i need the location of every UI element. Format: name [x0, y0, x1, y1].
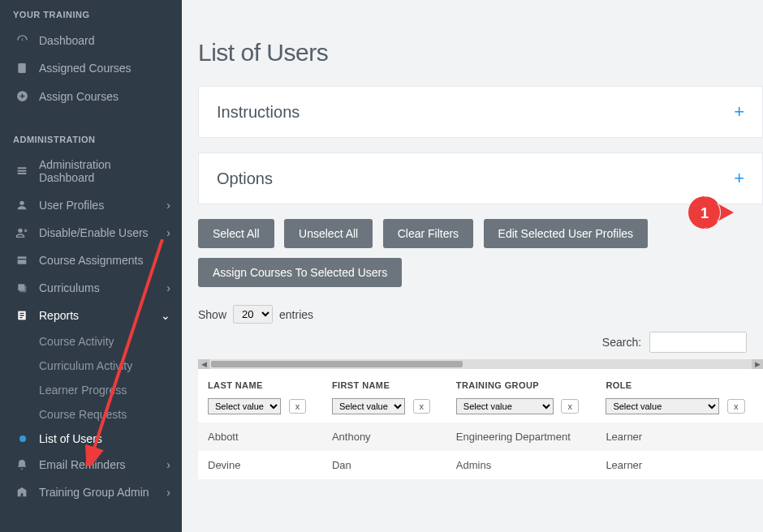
sidebar-item-curriculums[interactable]: Curriculums ›	[0, 274, 182, 302]
speedometer-icon	[13, 33, 31, 47]
scroll-left-icon[interactable]: ◀	[198, 359, 209, 369]
sidebar-item-label: Administration Dashboard	[39, 158, 169, 184]
filter-training-group[interactable]: Select value	[456, 398, 554, 414]
cell-first-name: Dan	[322, 451, 446, 479]
entries-row: Show 20 entries	[198, 305, 763, 324]
user-x-icon	[13, 226, 31, 239]
show-label: Show	[198, 308, 226, 321]
col-role[interactable]: ROLE	[596, 369, 763, 395]
sidebar-sub-course-activity[interactable]: Course Activity	[39, 329, 182, 354]
col-first-name[interactable]: FIRST NAME	[322, 369, 446, 395]
sidebar-section-administration: ADMINISTRATION	[0, 125, 182, 151]
clear-filters-button[interactable]: Clear Filters	[383, 219, 473, 248]
sidebar-item-label: User Profiles	[39, 199, 104, 212]
sidebar-item-assigned-courses[interactable]: Assigned Courses	[0, 54, 182, 82]
sidebar-item-assign-courses[interactable]: Assign Courses	[0, 82, 182, 110]
select-all-button[interactable]: Select All	[198, 219, 274, 248]
table-wrap: ◀ ▶ LAST NAME FIRST NAME TRAINING GROUP …	[198, 359, 763, 479]
cell-first-name: Anthony	[322, 423, 446, 451]
chevron-right-icon: ›	[166, 281, 170, 294]
stack-icon	[13, 281, 31, 294]
main-content: List of Users Instructions + Options + S…	[182, 0, 763, 532]
options-panel: Options +	[198, 152, 763, 204]
list-icon	[13, 165, 31, 178]
user-icon	[13, 199, 31, 212]
sidebar-item-reports[interactable]: Reports ⌄	[0, 302, 182, 329]
sidebar-item-training-group-admin[interactable]: Training Group Admin ›	[0, 478, 182, 506]
cell-training-group: Admins	[446, 451, 597, 479]
sidebar-section-your-training: YOUR TRAINING	[0, 0, 182, 26]
sidebar-item-label: Assign Courses	[39, 90, 119, 103]
clipboard-icon	[13, 62, 31, 75]
users-table: LAST NAME FIRST NAME TRAINING GROUP ROLE…	[198, 369, 763, 479]
col-training-group[interactable]: TRAINING GROUP	[446, 369, 597, 395]
table-row[interactable]: Devine Dan Admins Learner	[198, 451, 763, 479]
filter-clear-role[interactable]: x	[727, 399, 745, 414]
building-icon	[13, 486, 31, 499]
page-title: List of Users	[182, 0, 763, 86]
unselect-all-button[interactable]: Unselect All	[284, 219, 373, 248]
filter-role[interactable]: Select value	[606, 398, 719, 414]
chevron-right-icon: ›	[166, 199, 170, 212]
scrollbar-thumb[interactable]	[211, 361, 463, 367]
filter-clear-last-name[interactable]: x	[289, 399, 307, 414]
sidebar-item-email-reminders[interactable]: Email Reminders ›	[0, 451, 182, 478]
cell-training-group: Engineering Department	[446, 423, 597, 451]
chevron-down-icon: ⌄	[161, 309, 170, 322]
layers-icon	[13, 254, 31, 267]
sidebar-sub-learner-progress[interactable]: Learner Progress	[39, 378, 182, 402]
sidebar-sub-list-of-users[interactable]: List of Users	[39, 427, 182, 451]
assign-courses-button[interactable]: Assign Courses To Selected Users	[198, 258, 402, 287]
sidebar-sub-course-requests[interactable]: Course Requests	[39, 402, 182, 427]
instructions-panel-header[interactable]: Instructions +	[199, 87, 762, 137]
filter-first-name[interactable]: Select value	[332, 398, 405, 414]
search-label: Search:	[602, 336, 641, 349]
sidebar-item-label: Curriculums	[39, 281, 100, 294]
instructions-panel: Instructions +	[198, 86, 763, 138]
sidebar: YOUR TRAINING Dashboard Assigned Courses…	[0, 0, 182, 532]
cell-last-name: Abbott	[198, 423, 322, 451]
cell-role: Learner	[596, 451, 763, 479]
edit-selected-button[interactable]: Edit Selected User Profiles	[484, 219, 649, 248]
entries-label: entries	[279, 308, 313, 321]
cell-role: Learner	[596, 423, 763, 451]
sidebar-item-label: Course Assignments	[39, 254, 143, 267]
filter-last-name[interactable]: Select value	[208, 398, 281, 414]
svg-point-1	[19, 201, 24, 205]
sidebar-item-label: Email Reminders	[39, 458, 126, 471]
sidebar-item-course-assignments[interactable]: Course Assignments	[0, 247, 182, 274]
entries-select[interactable]: 20	[233, 305, 273, 324]
instructions-panel-title: Instructions	[217, 103, 300, 122]
sidebar-item-disable-enable-users[interactable]: Disable/Enable Users ›	[0, 219, 182, 247]
cell-last-name: Devine	[198, 451, 322, 479]
report-icon	[13, 309, 31, 322]
toolbar: Select All Unselect All Clear Filters Ed…	[198, 219, 763, 297]
options-panel-title: Options	[217, 169, 273, 188]
sidebar-item-user-profiles[interactable]: User Profiles ›	[0, 191, 182, 219]
chevron-right-icon: ›	[166, 458, 170, 471]
search-row: Search:	[198, 332, 747, 353]
sidebar-item-dashboard[interactable]: Dashboard	[0, 26, 182, 54]
horizontal-scrollbar[interactable]: ◀ ▶	[198, 359, 763, 369]
sidebar-reports-submenu: Course Activity Curriculum Activity Lear…	[0, 329, 182, 451]
filter-clear-training-group[interactable]: x	[561, 399, 579, 414]
chevron-right-icon: ›	[166, 486, 170, 499]
chevron-right-icon: ›	[166, 226, 170, 239]
options-panel-header[interactable]: Options +	[199, 153, 762, 204]
col-last-name[interactable]: LAST NAME	[198, 369, 322, 395]
scroll-right-icon[interactable]: ▶	[752, 359, 763, 369]
filter-clear-first-name[interactable]: x	[413, 399, 431, 414]
plus-circle-icon	[13, 89, 31, 103]
svg-point-2	[18, 229, 22, 233]
plus-icon: +	[734, 101, 744, 122]
sidebar-item-admin-dashboard[interactable]: Administration Dashboard	[0, 151, 182, 191]
table-row[interactable]: Abbott Anthony Engineering Department Le…	[198, 423, 763, 451]
bell-icon	[13, 458, 31, 471]
sidebar-sub-curriculum-activity[interactable]: Curriculum Activity	[39, 354, 182, 378]
sidebar-item-label: Training Group Admin	[39, 486, 149, 499]
search-input[interactable]	[649, 332, 747, 353]
sidebar-item-label: Dashboard	[39, 34, 95, 47]
sidebar-item-label: Disable/Enable Users	[39, 226, 149, 239]
sidebar-item-label: Assigned Courses	[39, 62, 131, 75]
plus-icon: +	[734, 168, 744, 189]
